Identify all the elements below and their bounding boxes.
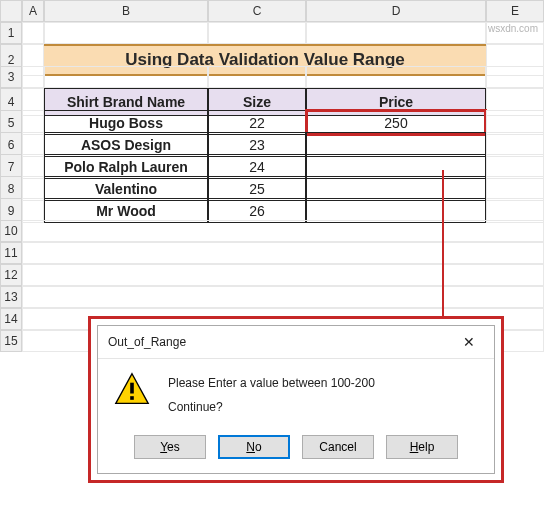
error-dialog: Out_of_Range ✕ Please Enter a value betw… [97,325,495,474]
svg-rect-2 [130,396,134,400]
row-13-cells[interactable] [22,286,544,308]
cell-c1[interactable] [208,22,306,44]
row-hdr-15[interactable]: 15 [0,330,22,352]
row-10-cells[interactable] [22,220,544,242]
dialog-title: Out_of_Range [108,335,186,349]
yes-button[interactable]: Yes [134,435,206,459]
row-hdr-11[interactable]: 11 [0,242,22,264]
cell-d3[interactable] [306,66,486,88]
watermark: wsxdn.com [488,23,538,34]
help-button[interactable]: Help [386,435,458,459]
cell-b3[interactable] [44,66,208,88]
spreadsheet-grid: A B C D E 1 2 Using Data Validation Valu… [0,0,544,352]
col-hdr-b[interactable]: B [44,0,208,22]
col-hdr-d[interactable]: D [306,0,486,22]
dialog-titlebar[interactable]: Out_of_Range ✕ [98,326,494,359]
cell-d1[interactable] [306,22,486,44]
dialog-message: Please Enter a value between 100-200 [168,371,375,395]
row-hdr-10[interactable]: 10 [0,220,22,242]
row-hdr-14[interactable]: 14 [0,308,22,330]
row-hdr-3[interactable]: 3 [0,66,22,88]
col-hdr-c[interactable]: C [208,0,306,22]
cell-b1[interactable] [44,22,208,44]
row-hdr-13[interactable]: 13 [0,286,22,308]
close-icon[interactable]: ✕ [454,332,484,352]
row-hdr-12[interactable]: 12 [0,264,22,286]
cell-a3[interactable] [22,66,44,88]
col-hdr-a[interactable]: A [22,0,44,22]
row-12-cells[interactable] [22,264,544,286]
row-11-cells[interactable] [22,242,544,264]
svg-rect-1 [130,383,134,394]
cell-a1[interactable] [22,22,44,44]
corner-cell[interactable] [0,0,22,22]
row-hdr-1[interactable]: 1 [0,22,22,44]
cancel-button[interactable]: Cancel [302,435,374,459]
col-hdr-e[interactable]: E [486,0,544,22]
cell-c3[interactable] [208,66,306,88]
callout-arrow [442,170,444,320]
dialog-continue: Continue? [168,395,375,419]
no-button[interactable]: No [218,435,290,459]
cell-e3[interactable] [486,66,544,88]
dialog-highlight-box: Out_of_Range ✕ Please Enter a value betw… [88,316,504,483]
warning-icon [114,371,150,419]
